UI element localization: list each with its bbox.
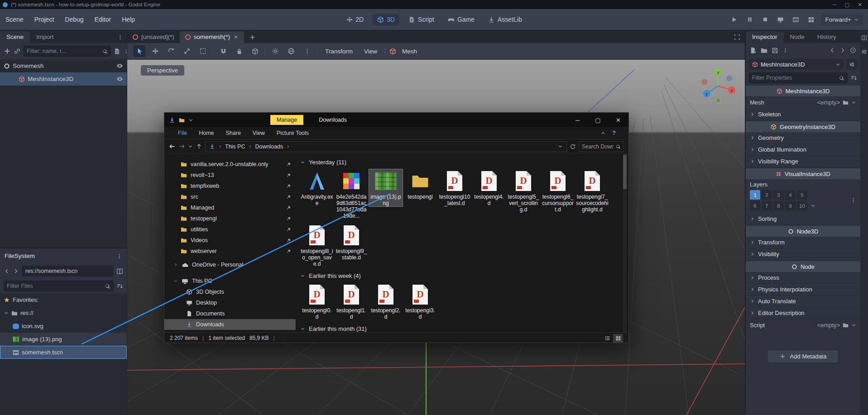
group-transform[interactable]: Transform	[746, 237, 860, 248]
group-auto-translate[interactable]: Auto Translate	[746, 296, 860, 307]
quick-settings-button[interactable]	[806, 14, 817, 25]
file-tile[interactable]: D testopengl0.d	[300, 283, 334, 320]
sidebar-item[interactable]: src	[164, 191, 296, 202]
layer-cell-8[interactable]: 8	[773, 201, 784, 210]
edited-node-selector[interactable]: MeshInstance3D	[749, 59, 844, 70]
manage-ribbon-tab[interactable]: Manage	[270, 115, 303, 125]
preview-options-icon[interactable]	[301, 45, 313, 57]
group-visibility-range[interactable]: Visibility Range	[746, 156, 860, 167]
sidebar-item[interactable]: revolt~13	[164, 170, 296, 181]
expand-viewport-icon[interactable]	[729, 33, 745, 43]
mode-3d[interactable]: 3D	[373, 14, 399, 25]
object-history-icon[interactable]	[850, 47, 856, 53]
minimize-icon[interactable]: ─	[567, 113, 588, 127]
customize-toolbar-icon[interactable]	[188, 118, 193, 123]
up-icon[interactable]	[196, 143, 202, 150]
file-tile[interactable]: D testopengl7_sourcecodehighlight.d	[575, 169, 609, 213]
tab-node[interactable]: Node	[784, 31, 811, 43]
files-scrollbar[interactable]	[623, 154, 627, 332]
group-physics-interpolation[interactable]: Physics Interpolation	[746, 284, 860, 296]
group-sorting[interactable]: Sorting	[746, 213, 860, 225]
layer-cell-2[interactable]: 2	[762, 190, 772, 200]
file-tile[interactable]: D testopengl8_io_open_save.d	[300, 224, 334, 267]
sidebar-item[interactable]: vanilla.server.2.0-unstable.only	[164, 159, 296, 170]
resource-options-icon[interactable]	[782, 48, 788, 53]
sidebar-item-downloads[interactable]: Downloads	[164, 319, 296, 330]
layer-cell-9[interactable]: 9	[785, 201, 796, 210]
menu-editor[interactable]: Editor	[89, 13, 117, 26]
minimize-icon[interactable]: ─	[829, 2, 840, 8]
select-tool-button[interactable]	[134, 45, 145, 57]
group-global-illumination[interactable]: Global Illumination	[746, 144, 860, 156]
play-scene-button[interactable]	[775, 14, 786, 25]
new-resource-icon[interactable]	[750, 47, 757, 54]
close-tab-icon[interactable]	[233, 34, 239, 40]
sidebar-item[interactable]: testopengl	[164, 213, 296, 224]
tab-unsaved-scene[interactable]: [unsaved](*)	[127, 31, 180, 43]
recent-locations-icon[interactable]	[188, 144, 193, 149]
add-node-icon[interactable]	[4, 48, 11, 55]
tree-node-meshinstance3d[interactable]: MeshInstance3D	[0, 72, 127, 86]
ruler-tool-button[interactable]	[217, 45, 229, 57]
group-skeleton[interactable]: Skeleton	[746, 109, 860, 120]
file-row-somemesh-tscn[interactable]: somemesh.tscn	[0, 346, 127, 359]
sidebar-item-desktop[interactable]: Desktop	[164, 297, 296, 308]
property-mesh[interactable]: Mesh <empty>	[746, 96, 860, 109]
layer-cell-10[interactable]: 10	[797, 201, 807, 210]
help-icon[interactable]: ?	[612, 130, 616, 136]
maximize-icon[interactable]: ▢	[588, 113, 608, 127]
filter-options-icon[interactable]	[850, 75, 857, 81]
perspective-menu[interactable]: Perspective	[141, 65, 184, 76]
menu-debug[interactable]: Debug	[59, 13, 89, 26]
ribbon-tab-file[interactable]: File	[173, 128, 192, 138]
mode-script[interactable]: Script	[404, 14, 439, 25]
group-header-yesterday[interactable]: Yesterday (11)	[300, 158, 626, 166]
ribbon-tab-home[interactable]: Home	[193, 128, 219, 138]
menu-help[interactable]: Help	[116, 13, 140, 26]
sidebar-item-onedrive[interactable]: OneDrive - Personal	[164, 259, 296, 270]
res-root-row[interactable]: res://	[0, 306, 127, 320]
play-button[interactable]	[729, 14, 740, 25]
sidebar-item-documents[interactable]: Documents	[164, 308, 296, 319]
dock-settings-icon[interactable]	[861, 49, 867, 55]
breadcrumb-downloads[interactable]: Downloads	[255, 143, 283, 150]
file-tile[interactable]: Antigravity.exe	[300, 169, 334, 206]
tab-somemesh-scene[interactable]: somemesh(*)	[180, 31, 244, 43]
file-tile[interactable]: D testopengl5_vert_scrolling.d	[507, 169, 540, 213]
axis-gizmo[interactable]: y x z	[691, 61, 745, 111]
collapse-ribbon-icon[interactable]	[600, 130, 606, 136]
layers-options-icon[interactable]	[850, 197, 856, 203]
new-scene-tab-button[interactable]	[244, 32, 261, 43]
layer-cell-3[interactable]: 3	[773, 190, 784, 200]
attach-script-icon[interactable]	[114, 48, 120, 55]
group-header-month[interactable]: Earlier this month (31)	[300, 324, 626, 332]
menu-project[interactable]: Project	[29, 13, 60, 26]
split-view-icon[interactable]	[116, 268, 123, 275]
file-filter-input[interactable]	[7, 283, 102, 289]
property-script[interactable]: Script <empty>	[746, 319, 860, 331]
nav-forward-icon[interactable]	[13, 268, 19, 274]
back-icon[interactable]	[169, 143, 176, 150]
view-menu[interactable]: View	[360, 46, 381, 57]
instance-scene-icon[interactable]	[14, 48, 21, 55]
layer-cell-6[interactable]: 6	[750, 201, 760, 210]
tab-inspector[interactable]: Inspector	[746, 31, 784, 43]
list-select-tool-button[interactable]	[197, 45, 209, 57]
visibility-eye-icon[interactable]	[116, 62, 123, 69]
layer-cell-7[interactable]: 7	[762, 201, 772, 210]
sidebar-item[interactable]: tempfixweb	[164, 181, 296, 191]
pause-button[interactable]	[744, 14, 756, 25]
scene-filter-input[interactable]	[27, 48, 100, 54]
mesh-menu[interactable]: Mesh	[398, 46, 421, 57]
mode-assetlib[interactable]: AssetLib	[484, 14, 527, 25]
scale-tool-button[interactable]	[181, 45, 193, 57]
history-back-icon[interactable]	[829, 47, 835, 53]
dock-menu-icon[interactable]	[116, 253, 122, 259]
sun-preview-button[interactable]	[269, 45, 281, 57]
tab-import[interactable]: Import	[30, 31, 60, 43]
file-tile-selected[interactable]: image (13).png	[369, 169, 403, 206]
ribbon-tab-picture-tools[interactable]: Picture Tools	[271, 128, 314, 138]
layer-cell-5[interactable]: 5	[797, 190, 807, 200]
transform-menu[interactable]: Transform	[321, 46, 356, 57]
history-forward-icon[interactable]	[839, 47, 846, 53]
